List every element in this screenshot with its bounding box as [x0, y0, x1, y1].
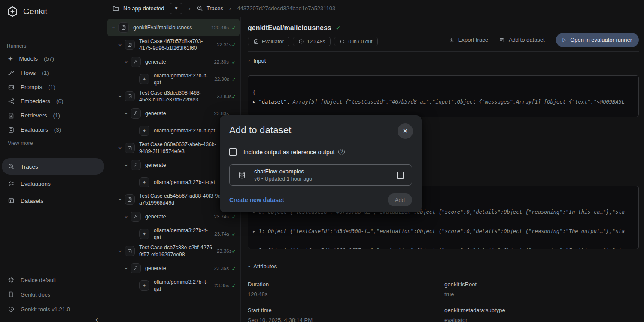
chevron-down-icon[interactable]: ›	[123, 162, 130, 169]
chevron-down-icon[interactable]: ›	[123, 265, 130, 272]
chevron-down-icon[interactable]: ›	[117, 196, 124, 203]
attribute-value: evaluator	[444, 316, 639, 322]
json-expand-caret[interactable]: ▸ "dataset":	[252, 99, 293, 105]
item-count: (1)	[42, 70, 49, 76]
sidebar-item-version[interactable]: Genkit tools v1.21.0	[0, 302, 106, 316]
span-label: Test Case ed545b67-ad88-40f3-9a84-a75199…	[139, 193, 228, 206]
success-check-icon: ✓	[232, 42, 237, 48]
success-check-icon: ✓	[336, 25, 341, 31]
chevron-down-icon[interactable]: ›	[111, 24, 118, 31]
trace-tree-row-model[interactable]: › ✦ ollama/gemma3:27b-it-qat 23.74s ✓	[107, 225, 240, 242]
attributes-section-toggle[interactable]: › Attributes	[248, 263, 639, 270]
span-label: ollama/gemma3:27b-it-qat	[154, 279, 212, 292]
folder-icon	[112, 5, 119, 12]
trace-tree-row-generate[interactable]: › generate 23.35s ✓	[107, 260, 240, 277]
open-in-evaluator-runner-button[interactable]: ▷ Open in evaluator runner	[556, 33, 639, 47]
item-label: Evaluators	[21, 126, 48, 133]
help-icon[interactable]: ?	[338, 149, 345, 155]
success-check-icon: ✓	[229, 76, 236, 83]
sidebar-item-theme[interactable]: Device default	[0, 273, 106, 287]
include-output-checkbox[interactable]	[229, 148, 237, 156]
dataset-select-checkbox[interactable]	[397, 172, 404, 179]
button-label: Open in evaluator runner	[570, 37, 632, 43]
sidebar-item-models[interactable]: ✦ Models (57)	[0, 52, 106, 66]
add-to-dataset-button[interactable]: Add to dataset	[499, 37, 545, 43]
sidebar-item-embedders[interactable]: Embedders (6)	[0, 94, 106, 108]
attribute-duration: Duration 120.48s	[248, 281, 444, 298]
close-icon[interactable]: ✕	[398, 123, 413, 139]
genkit-logo-icon	[7, 6, 18, 17]
success-check-icon: ✓	[229, 231, 236, 237]
create-new-dataset-link[interactable]: Create new dataset	[229, 196, 284, 203]
search-icon	[197, 5, 203, 12]
chevron-down-icon[interactable]: ›	[123, 58, 130, 65]
attribute-label: Start time	[248, 307, 444, 314]
export-trace-button[interactable]: Export trace	[449, 37, 488, 43]
attribute-label: genkit:isRoot	[444, 281, 639, 288]
tokens-badge: 0 in / 0 out	[334, 37, 378, 46]
chevron-up-icon: ›	[246, 60, 252, 61]
add-to-dataset-dialog: Add to dataset ✕ Include output as refer…	[220, 115, 422, 212]
badge-label: 120.48s	[307, 39, 325, 45]
span-duration: 23.74s	[214, 231, 229, 236]
trace-tree-row-generate[interactable]: › generate 23.74s ✓	[107, 208, 240, 225]
sidebar-item-traces[interactable]: Traces	[2, 158, 104, 175]
attribute-label: Duration	[248, 281, 444, 288]
span-label: generate	[145, 162, 226, 169]
sidebar-item-evaluators[interactable]: Evaluators (3)	[0, 123, 106, 137]
trace-tree-row-testcase[interactable]: › Test Case d3ded308-f463-45e3-b1b0-e37f…	[107, 88, 240, 105]
divider	[0, 153, 106, 153]
chevron-down-icon[interactable]: ›	[117, 41, 124, 48]
evaluator-icon	[125, 143, 135, 153]
prompt-icon	[8, 84, 15, 91]
flow-icon	[8, 70, 15, 77]
sidebar-item-datasets[interactable]: Datasets	[2, 193, 104, 209]
evaluator-icon	[253, 39, 259, 44]
chevron-down-icon[interactable]: ›	[117, 93, 124, 100]
attribute-start-time: Start time Sep 10, 2025, 4:38:14 PM	[248, 307, 444, 322]
collapse-sidebar-icon[interactable]: ›	[95, 316, 98, 322]
input-json-viewer: { ▸ "dataset": Array[5] [Object {"testCa…	[248, 75, 639, 117]
sidebar-item-flows[interactable]: Flows (1)	[0, 66, 106, 80]
item-label: Genkit docs	[21, 291, 50, 298]
trace-tree-row-testcase[interactable]: › Test Case 467b57d8-a703-4175-9d96-b1f2…	[107, 36, 240, 53]
trace-tree-row-model[interactable]: › ✦ ollama/gemma3:27b-it-qat 23.35s ✓	[107, 277, 240, 294]
hammer-icon	[131, 160, 141, 170]
span-label: Test Case dcb7c88e-c2bf-4276-9f57-efd162…	[139, 244, 214, 258]
checklist-icon	[8, 180, 15, 187]
span-label: Test Case 060a0637-abeb-436b-9489-3f1165…	[139, 141, 228, 155]
app-selector[interactable]: No app detected ▼	[112, 3, 182, 14]
chevron-down-icon[interactable]: ›	[123, 110, 130, 117]
view-more-link[interactable]: View more	[8, 140, 98, 146]
json-expand-row[interactable]: ▸ 2: Object {"testCaseId":"060a0637-a…",…	[252, 246, 634, 249]
chevron-down-icon[interactable]: ▼	[170, 3, 182, 14]
span-duration: 23.36s	[217, 248, 232, 254]
sidebar-item-prompts[interactable]: Prompts (1)	[0, 80, 106, 94]
breadcrumb-traces[interactable]: Traces	[197, 5, 223, 12]
item-count: (1)	[48, 84, 55, 90]
sidebar-item-docs[interactable]: Genkit docs	[0, 287, 106, 302]
trace-tree-row-generate[interactable]: › generate 22.30s ✓	[107, 53, 240, 71]
chevron-down-icon[interactable]: ›	[123, 213, 130, 220]
detail-header: genkitEval/maliciousness ✓ Evaluator 120…	[248, 17, 639, 52]
item-count: (57)	[44, 55, 54, 62]
trace-tree-row-root[interactable]: › genkitEval/maliciousness 120.48s ✓	[107, 19, 240, 36]
span-duration: 23.35s	[214, 266, 229, 271]
chevron-down-icon[interactable]: ›	[117, 144, 124, 151]
trace-tree-row-model[interactable]: › ✦ ollama/gemma3:27b-it-qat 22.30s ✓	[107, 71, 240, 88]
success-check-icon: ✓	[229, 25, 236, 31]
chevron-down-icon[interactable]: ›	[117, 248, 124, 255]
json-expand-row[interactable]: ▸ 1: Object {"testCaseId":"d3ded308-f…",…	[252, 227, 634, 236]
success-check-icon: ✓	[229, 265, 236, 272]
add-button[interactable]: Add	[388, 193, 412, 206]
input-section-toggle[interactable]: › Input	[248, 58, 639, 64]
sparkle-icon: ✦	[139, 126, 149, 136]
sidebar-item-evaluations[interactable]: Evaluations	[2, 175, 104, 192]
sidebar: Genkit Runners ✦ Models (57) Flows (1) P…	[0, 0, 106, 322]
hammer-icon	[131, 57, 141, 67]
span-duration: 23.83s	[217, 94, 232, 99]
trace-tree-row-testcase[interactable]: › Test Case dcb7c88e-c2bf-4276-9f57-efd1…	[107, 242, 240, 260]
dataset-option-row[interactable]: chatFlow-examples v6 • Updated 1 hour ag…	[229, 164, 412, 186]
item-label: Datasets	[21, 198, 43, 204]
sidebar-item-retrievers[interactable]: Retrievers (1)	[0, 108, 106, 123]
